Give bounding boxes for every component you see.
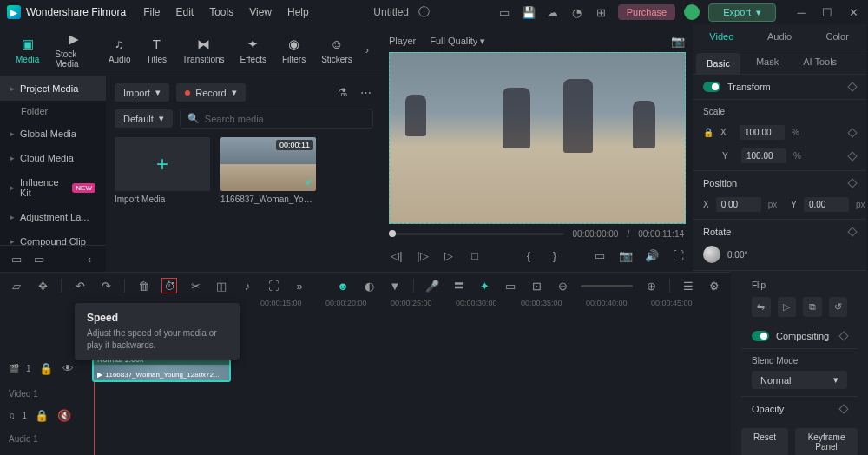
play-icon[interactable]: ▷ [441, 247, 457, 263]
render-icon[interactable]: ▭ [503, 278, 518, 293]
mute-icon[interactable]: 🔇 [56, 407, 72, 423]
blend-mode-select[interactable]: Normal▾ [752, 371, 847, 389]
subtab-ai[interactable]: AI Tools [791, 49, 849, 74]
audio-track-icon[interactable]: ♫ [9, 411, 16, 420]
cloud-icon[interactable]: ☁ [545, 4, 561, 20]
subtab-mask[interactable]: Mask [744, 49, 791, 74]
media-clip-tile[interactable]: 00:00:11 ✔ 1166837_Woman_Young_12... [220, 137, 316, 204]
speed-icon[interactable]: ⏱ [161, 278, 177, 293]
flip-play-button[interactable]: ▷ [778, 297, 797, 317]
lock-icon[interactable]: 🔒 [38, 360, 54, 376]
pos-y-input[interactable] [804, 197, 849, 212]
import-media-tile[interactable]: + Import Media [115, 137, 210, 204]
undo-icon[interactable]: ↶ [72, 278, 88, 293]
fullscreen-icon[interactable]: ⛶ [670, 247, 686, 263]
zoom-in-icon[interactable]: ⊕ [643, 278, 659, 293]
crop-icon[interactable]: ◫ [214, 278, 229, 293]
zoom-slider[interactable] [581, 285, 633, 287]
scale-y-input[interactable] [741, 148, 786, 163]
delete-icon[interactable]: 🗑 [135, 278, 151, 293]
doc-info-icon[interactable]: ⓘ [416, 4, 431, 20]
visibility-icon[interactable]: 👁 [61, 360, 76, 376]
menu-view[interactable]: View [249, 6, 272, 18]
avatar[interactable] [684, 4, 700, 20]
ribbon-stickers[interactable]: ☺Stickers [314, 33, 359, 68]
auto-icon[interactable]: ✦ [477, 278, 492, 293]
scale-x-input[interactable] [740, 125, 785, 140]
keyframe-icon[interactable] [847, 82, 857, 91]
keyframe-icon[interactable] [847, 151, 857, 161]
ribbon-audio[interactable]: ♫Audio [102, 33, 138, 68]
keyframe-icon[interactable] [847, 178, 857, 188]
redo-icon[interactable]: ↷ [98, 278, 114, 293]
hand-tool-icon[interactable]: ✥ [35, 278, 50, 293]
grid-icon[interactable]: ⊞ [594, 4, 609, 20]
save-icon[interactable]: 💾 [521, 4, 536, 20]
sidebar-influence-kit[interactable]: ▸Influence KitNEW [0, 170, 106, 205]
new-bin-icon[interactable]: ▭ [31, 251, 47, 267]
ai-icon[interactable]: ☻ [335, 278, 351, 293]
minimize-button[interactable]: ─ [793, 4, 809, 20]
ribbon-effects[interactable]: ✦Effects [233, 33, 273, 68]
mic-icon[interactable]: 🎤 [424, 278, 440, 293]
tab-audio[interactable]: Audio [751, 24, 809, 49]
close-button[interactable]: ✕ [845, 4, 861, 20]
select-tool-icon[interactable]: ▱ [9, 278, 24, 293]
keyframe-icon[interactable] [847, 227, 857, 236]
ribbon-stock[interactable]: ▶Stock Media [48, 28, 100, 72]
zoom-out-icon[interactable]: ⊖ [555, 278, 570, 293]
list-icon[interactable]: ☰ [681, 278, 696, 293]
mark-in-icon[interactable]: { [521, 247, 536, 263]
sidebar-cloud-media[interactable]: ▸Cloud Media [0, 146, 106, 170]
expand-icon[interactable]: ⛶ [266, 278, 281, 293]
play-backward-icon[interactable]: |▷ [415, 247, 431, 263]
menu-file[interactable]: File [143, 6, 160, 18]
sidebar-adjustment[interactable]: ▸Adjustment La... [0, 205, 106, 229]
audio-tool-icon[interactable]: ♪ [240, 278, 255, 293]
menu-edit[interactable]: Edit [176, 6, 194, 18]
ribbon-transitions[interactable]: ⧓Transitions [175, 33, 232, 68]
mark-out-icon[interactable]: } [547, 247, 562, 263]
menu-help[interactable]: Help [287, 6, 309, 18]
purchase-button[interactable]: Purchase [618, 4, 675, 20]
keyframe-icon[interactable] [838, 404, 848, 413]
video-track-icon[interactable]: 🎬 [9, 364, 19, 373]
reset-button[interactable]: Reset [741, 428, 788, 455]
ribbon-titles[interactable]: TTitles [139, 33, 174, 68]
filter-icon[interactable]: ⚗ [335, 85, 351, 101]
quality-select[interactable]: Full Quality ▾ [430, 36, 485, 47]
screenshot-icon[interactable]: 📷 [618, 247, 634, 263]
progress-bar[interactable] [391, 233, 564, 235]
search-input[interactable]: 🔍Search media [180, 109, 373, 129]
lock-icon[interactable]: 🔒 [34, 407, 49, 423]
volume-icon[interactable]: 🔊 [644, 247, 660, 263]
transform-toggle[interactable] [703, 82, 720, 92]
progress-icon[interactable]: ◔ [569, 4, 585, 20]
tab-color[interactable]: Color [808, 24, 866, 49]
more-icon[interactable]: ⋯ [358, 85, 373, 101]
tab-video[interactable]: Video [693, 24, 751, 49]
display-icon[interactable]: ▭ [592, 247, 608, 263]
maximize-button[interactable]: ☐ [819, 4, 835, 20]
color-icon[interactable]: ◐ [361, 278, 377, 293]
ribbon-media[interactable]: ▣Media [9, 33, 46, 68]
more-tools-icon[interactable]: » [292, 278, 307, 293]
compositing-toggle[interactable] [752, 331, 769, 341]
keyframe-icon[interactable] [838, 331, 848, 340]
sidebar-folder[interactable]: Folder [0, 101, 106, 122]
sidebar-project-media[interactable]: ▸Project Media [0, 76, 106, 101]
collapse-icon[interactable]: ‹ [82, 251, 97, 267]
import-dropdown[interactable]: Import▾ [115, 83, 169, 102]
sidebar-global-media[interactable]: ▸Global Media [0, 122, 106, 146]
snap-icon[interactable]: ⊡ [529, 278, 544, 293]
split-icon[interactable]: ✂ [187, 278, 203, 293]
ribbon-filters[interactable]: ◉Filters [275, 33, 312, 68]
export-button[interactable]: Export▾ [708, 3, 776, 22]
stop-icon[interactable]: □ [467, 247, 483, 263]
marker-icon[interactable]: ▼ [387, 278, 403, 293]
flip-copy-button[interactable]: ⧉ [803, 297, 822, 317]
keyframe-icon[interactable] [847, 128, 857, 137]
mixer-icon[interactable]: 〓 [450, 278, 466, 293]
preview-screen[interactable] [389, 52, 686, 224]
menu-tools[interactable]: Tools [209, 6, 233, 18]
